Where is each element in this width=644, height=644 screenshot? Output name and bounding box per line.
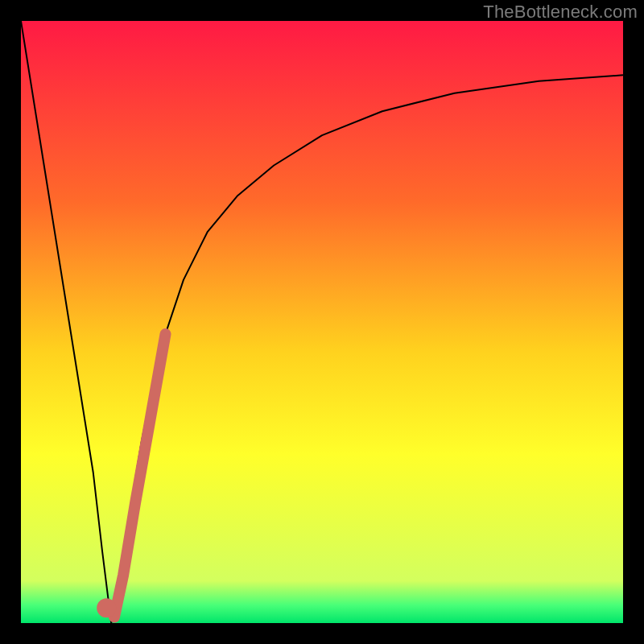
chart-svg bbox=[21, 21, 623, 623]
chart-frame: TheBottleneck.com bbox=[0, 0, 644, 644]
chart-background bbox=[21, 21, 623, 623]
highlight-dot bbox=[97, 598, 116, 617]
watermark-text: TheBottleneck.com bbox=[483, 2, 638, 23]
chart-plot-area bbox=[21, 21, 623, 623]
